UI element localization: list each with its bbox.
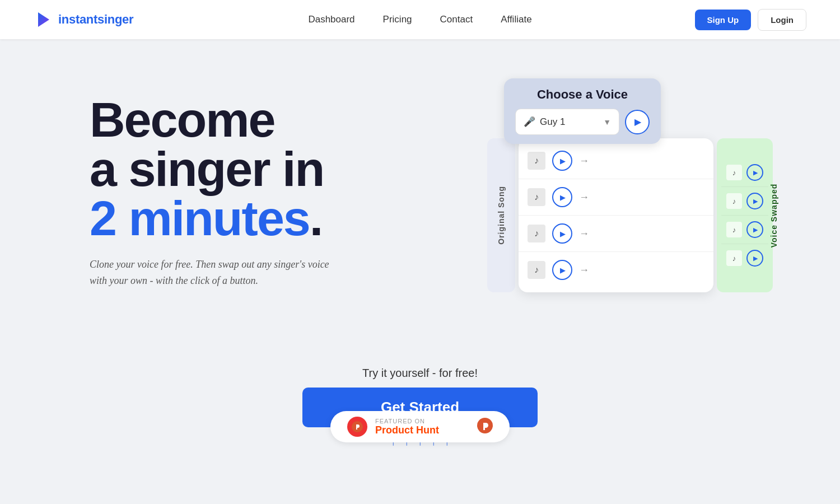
hero-left: Become a singer in 2 minutes. Clone your…	[90, 73, 482, 289]
nav-link-affiliate[interactable]: Affiliate	[501, 14, 531, 25]
swapped-play-button[interactable]: ▶	[746, 193, 763, 209]
swapped-thumbnail: ♪	[726, 222, 742, 237]
play-icon: ▶	[560, 157, 566, 165]
featured-name: Product Hunt	[375, 424, 439, 436]
hero-title: Become a singer in 2 minutes.	[90, 95, 482, 243]
arrow-icon: →	[579, 155, 589, 167]
play-icon: ▶	[560, 193, 566, 202]
product-hunt-badge-icon	[477, 418, 493, 436]
play-icon: ▶	[634, 116, 641, 127]
song-row: ♪ ▶ →	[519, 143, 713, 179]
voice-dropdown[interactable]: 🎤 Guy 1 ▼	[515, 109, 619, 135]
arrow-icon: →	[579, 192, 589, 203]
nav-link-pricing[interactable]: Pricing	[383, 14, 412, 25]
original-song-col: Original Song	[487, 138, 515, 292]
voice-dropdown-label: 🎤 Guy 1	[524, 116, 565, 128]
song-row: ♪ ▶ →	[519, 216, 713, 252]
nav-links: Dashboard Pricing Contact Affiliate	[308, 14, 531, 25]
swapped-play-button[interactable]: ▶	[746, 250, 763, 267]
nav-link-dashboard[interactable]: Dashboard	[308, 14, 354, 25]
arrow-icon: →	[579, 264, 589, 276]
arrow-icon: →	[579, 228, 589, 240]
logo-text: instantsinger	[58, 12, 133, 27]
featured-badge: FEATURED ON Product Hunt	[330, 411, 510, 442]
swapped-play-button[interactable]: ▶	[746, 221, 763, 238]
choose-voice-card: Choose a Voice 🎤 Guy 1 ▼ ▶	[504, 78, 661, 144]
swapped-rows: ♪ ▶ ♪ ▶ ♪	[721, 158, 768, 272]
song-play-button[interactable]: ▶	[552, 151, 572, 171]
cta-label: Try it yourself - for free!	[362, 367, 478, 380]
svg-rect-4	[483, 428, 485, 430]
hero-subtitle: Clone your voice for free. Then swap out…	[90, 256, 347, 289]
song-thumbnail: ♪	[528, 225, 545, 242]
cta-area: Try it yourself - for free! Get Started …	[0, 367, 840, 448]
logo[interactable]: instantsinger	[34, 10, 133, 29]
song-thumbnail: ♪	[528, 261, 545, 279]
swapped-row: ♪ ▶	[721, 187, 768, 216]
swapped-play-button[interactable]: ▶	[746, 164, 763, 181]
swapped-row: ♪ ▶	[721, 244, 768, 272]
hero-section: Become a singer in 2 minutes. Clone your…	[0, 39, 840, 504]
voice-swapped-col: ♪ ▶ ♪ ▶ ♪	[717, 138, 773, 292]
play-icon: ▶	[560, 230, 566, 238]
voice-swapped-label: Voice Swapped	[769, 183, 778, 248]
song-row: ♪ ▶ →	[519, 252, 713, 288]
songs-table-wrapper: Original Song ♪ ▶ → ♪ ▶ →	[487, 138, 773, 292]
song-play-button[interactable]: ▶	[552, 223, 572, 244]
play-icon: ▶	[753, 198, 758, 205]
voice-selector: 🎤 Guy 1 ▼ ▶	[515, 109, 650, 135]
signup-button[interactable]: Sign Up	[695, 10, 752, 30]
voice-emoji: 🎤	[524, 116, 535, 128]
hero-right: Choose a Voice 🎤 Guy 1 ▼ ▶ Original Song	[482, 73, 773, 292]
songs-card: ♪ ▶ → ♪ ▶ → ♪ ▶	[519, 138, 713, 292]
login-button[interactable]: Login	[758, 9, 806, 31]
song-thumbnail: ♪	[528, 188, 545, 206]
voice-name: Guy 1	[540, 116, 565, 128]
svg-marker-0	[38, 12, 49, 27]
svg-rect-2	[356, 428, 357, 430]
play-icon: ▶	[753, 169, 758, 176]
chevron-down-icon: ▼	[603, 118, 611, 127]
song-play-button[interactable]: ▶	[552, 260, 572, 280]
song-play-button[interactable]: ▶	[552, 187, 572, 207]
swapped-thumbnail: ♪	[726, 250, 742, 266]
product-hunt-icon	[347, 417, 367, 437]
swapped-thumbnail: ♪	[726, 165, 742, 180]
navbar: instantsinger Dashboard Pricing Contact …	[0, 0, 840, 39]
original-song-label: Original Song	[497, 186, 506, 245]
swapped-row: ♪ ▶	[721, 216, 768, 244]
choose-voice-title: Choose a Voice	[515, 87, 650, 102]
swapped-row: ♪ ▶	[721, 158, 768, 187]
nav-link-contact[interactable]: Contact	[440, 14, 473, 25]
swapped-thumbnail: ♪	[726, 193, 742, 209]
song-row: ♪ ▶ →	[519, 179, 713, 216]
voice-preview-play-button[interactable]: ▶	[625, 110, 650, 134]
play-icon: ▶	[560, 266, 566, 274]
song-thumbnail: ♪	[528, 152, 545, 170]
play-icon: ▶	[753, 226, 758, 234]
featured-prefix: FEATURED ON	[375, 418, 439, 424]
featured-text-group: FEATURED ON Product Hunt	[375, 418, 439, 436]
logo-icon	[34, 10, 53, 29]
play-icon: ▶	[753, 255, 758, 262]
nav-actions: Sign Up Login	[695, 9, 807, 31]
